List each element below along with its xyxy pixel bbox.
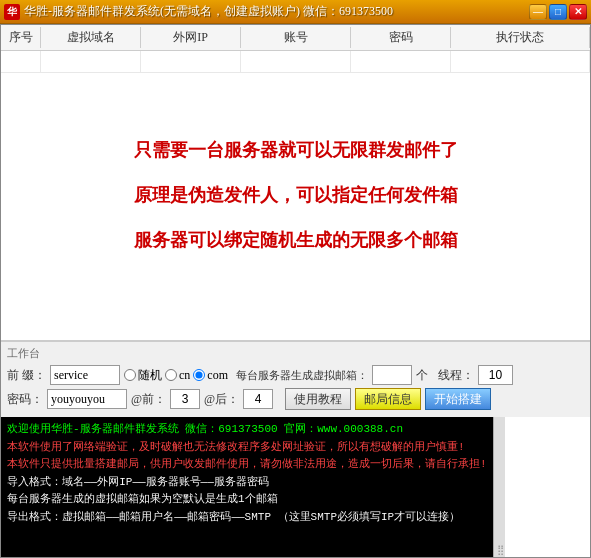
col-header-password: 密码	[351, 27, 451, 48]
at-before-label: @前：	[131, 391, 166, 408]
toolbar-section: 工作台 前 缀： 随机 cn com 每台服务器生成虚拟邮箱：	[1, 341, 590, 417]
log-line: 导出格式：虚拟邮箱——邮箱用户名——邮箱密码——SMTP （这里SMTP必须填写…	[7, 509, 487, 526]
log-wrapper: 欢迎使用华胜-服务器邮件群发系统 微信：691373500 官网：www.000…	[1, 417, 590, 557]
window-controls: — □ ✕	[529, 4, 587, 20]
col-header-account: 账号	[241, 27, 351, 48]
password-input[interactable]	[47, 389, 127, 409]
main-window: 序号 虚拟域名 外网IP 账号 密码 执行状态 只需要一台服务器就可以无限群发邮…	[0, 24, 591, 558]
promo-line-2: 原理是伪造发件人，可以指定任何发件箱	[134, 183, 458, 208]
radio-random[interactable]: 随机	[124, 367, 162, 384]
title-bar-left: 华 华胜-服务器邮件群发系统(无需域名，创建虚拟账户) 微信：691373500	[4, 3, 393, 20]
radio-random-input[interactable]	[124, 369, 136, 381]
tutorial-button[interactable]: 使用教程	[285, 388, 351, 410]
radio-cn[interactable]: cn	[165, 368, 190, 383]
mailbox-info-button[interactable]: 邮局信息	[355, 388, 421, 410]
col-header-ip: 外网IP	[141, 27, 241, 48]
radio-cn-input[interactable]	[165, 369, 177, 381]
toolbar-title: 工作台	[7, 346, 584, 361]
toolbar-row-1: 前 缀： 随机 cn com 每台服务器生成虚拟邮箱： 个 线程：	[7, 365, 584, 385]
radio-com-label: com	[207, 368, 228, 383]
promo-line-1: 只需要一台服务器就可以无限群发邮件了	[134, 138, 458, 163]
radio-random-label: 随机	[138, 367, 162, 384]
table-header: 序号 虚拟域名 外网IP 账号 密码 执行状态	[1, 25, 590, 51]
log-line: 每台服务器生成的虚拟邮箱如果为空默认是生成1个邮箱	[7, 491, 487, 508]
thread-label: 线程：	[438, 367, 474, 384]
resize-handle[interactable]	[493, 417, 505, 557]
password-label: 密码：	[7, 391, 43, 408]
radio-cn-label: cn	[179, 368, 190, 383]
radio-com-input[interactable]	[193, 369, 205, 381]
col-header-domain: 虚拟域名	[41, 27, 141, 48]
title-bar: 华 华胜-服务器邮件群发系统(无需域名，创建虚拟账户) 微信：691373500…	[0, 0, 591, 24]
count-input[interactable]	[372, 365, 412, 385]
count-unit: 个	[416, 367, 428, 384]
minimize-button[interactable]: —	[529, 4, 547, 20]
radio-com[interactable]: com	[193, 368, 228, 383]
log-line: 欢迎使用华胜-服务器邮件群发系统 微信：691373500 官网：www.000…	[7, 421, 487, 438]
close-button[interactable]: ✕	[569, 4, 587, 20]
log-line: 本软件使用了网络端验证，及时破解也无法修改程序多处网址验证，所以有想破解的用户慎…	[7, 439, 487, 456]
col-header-seq: 序号	[1, 27, 41, 48]
table-body: 只需要一台服务器就可以无限群发邮件了 原理是伪造发件人，可以指定任何发件箱 服务…	[1, 51, 590, 341]
virtual-mailbox-label: 每台服务器生成虚拟邮箱：	[236, 368, 368, 383]
radio-group: 随机 cn com	[124, 367, 228, 384]
restore-button[interactable]: □	[549, 4, 567, 20]
thread-input[interactable]	[478, 365, 513, 385]
toolbar-row-2: 密码： @前： @后： 使用教程 邮局信息 开始搭建	[7, 388, 584, 410]
prefix-input[interactable]	[50, 365, 120, 385]
after-input[interactable]	[243, 389, 273, 409]
log-line: 本软件只提供批量搭建邮局，供用户收发邮件使用，请勿做非法用途，造成一切后果，请自…	[7, 456, 487, 473]
col-header-status: 执行状态	[451, 27, 590, 48]
start-button[interactable]: 开始搭建	[425, 388, 491, 410]
prefix-label: 前 缀：	[7, 367, 46, 384]
log-line: 导入格式：域名——外网IP——服务器账号——服务器密码	[7, 474, 487, 491]
log-area[interactable]: 欢迎使用华胜-服务器邮件群发系统 微信：691373500 官网：www.000…	[1, 417, 493, 557]
promo-overlay: 只需要一台服务器就可以无限群发邮件了 原理是伪造发件人，可以指定任何发件箱 服务…	[1, 51, 590, 340]
before-input[interactable]	[170, 389, 200, 409]
at-after-label: @后：	[204, 391, 239, 408]
promo-line-3: 服务器可以绑定随机生成的无限多个邮箱	[134, 228, 458, 253]
window-title: 华胜-服务器邮件群发系统(无需域名，创建虚拟账户) 微信：691373500	[24, 3, 393, 20]
app-icon: 华	[4, 4, 20, 20]
